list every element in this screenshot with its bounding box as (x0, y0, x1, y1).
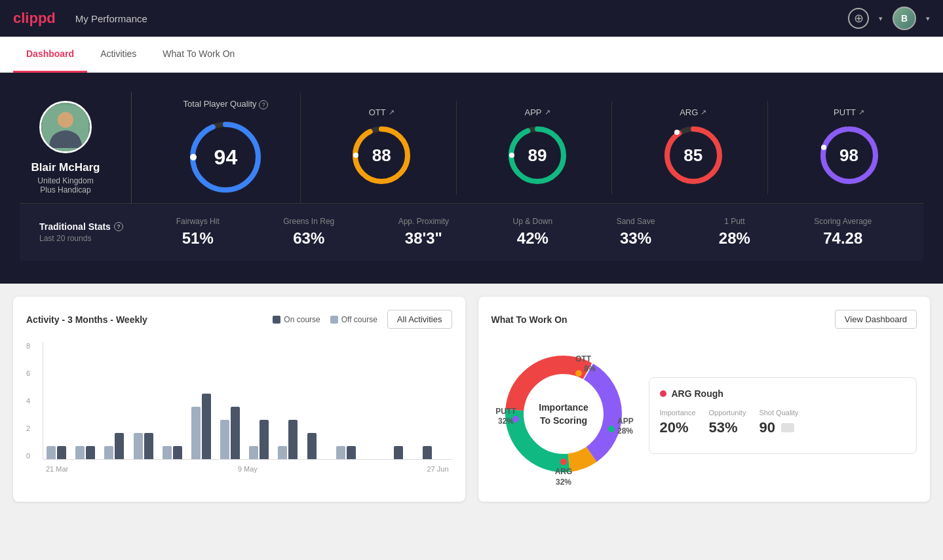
svg-text:APP: APP (617, 417, 634, 426)
bar-group (134, 433, 159, 459)
x-axis: 21 Mar 9 May 27 Jun (43, 465, 452, 473)
total-circle: 94 (186, 118, 265, 196)
arg-trend: ↗ (701, 108, 706, 117)
bar-off-course (47, 446, 56, 459)
bar-off-course (134, 433, 143, 459)
stat-oneputt: 1 Putt 28% (719, 217, 750, 248)
bar-off-course (104, 446, 113, 459)
hero-section: Blair McHarg United Kingdom Plus Handica… (0, 73, 943, 284)
player-photo (43, 105, 88, 151)
plus-icon: ⊕ (854, 11, 864, 26)
svg-point-29 (608, 426, 615, 432)
bar-on-course (423, 446, 432, 459)
detail-dot (660, 390, 666, 397)
bar-group (423, 446, 448, 459)
putt-circle: 98 (817, 122, 882, 188)
all-activities-button[interactable]: All Activities (387, 310, 452, 329)
app-trend: ↗ (545, 108, 550, 117)
stat-updown: Up & Down 42% (513, 217, 553, 248)
player-avatar (39, 101, 92, 153)
bar-chart (43, 342, 452, 460)
trad-label: Traditional Stats ? Last 20 rounds (39, 221, 144, 243)
shot-quality-indicator (781, 423, 794, 432)
bar-group (104, 433, 130, 459)
stat-fairways: Fairways Hit 51% (176, 217, 220, 248)
app-circle: 89 (505, 122, 570, 188)
ott-score: OTT ↗ 88 (307, 101, 457, 195)
bar-off-course (163, 446, 172, 459)
svg-text:To Scoring: To Scoring (539, 415, 587, 426)
traditional-stats: Traditional Stats ? Last 20 rounds Fairw… (20, 203, 923, 261)
svg-text:32%: 32% (497, 417, 513, 426)
total-info-icon[interactable]: ? (259, 100, 268, 109)
nav-tabs: Dashboard Activities What To Work On (0, 37, 943, 73)
detail-card-title: ARG Rough (660, 388, 906, 399)
bar-off-course (220, 420, 229, 459)
svg-text:ARG: ARG (554, 467, 572, 476)
bar-group (336, 446, 362, 459)
detail-card: ARG Rough Importance 20% Opportunity 53%… (649, 377, 917, 454)
total-score-value: 94 (214, 145, 238, 170)
ott-circle: 88 (349, 122, 414, 188)
tab-what-to-work-on[interactable]: What To Work On (149, 37, 248, 73)
trad-title: Traditional Stats ? (39, 221, 144, 232)
bottom-section: Activity - 3 Months - Weekly On course O… (0, 284, 943, 515)
bar-off-course (75, 446, 85, 459)
bar-on-course (57, 446, 66, 459)
view-dashboard-button[interactable]: View Dashboard (835, 310, 917, 329)
header: clippd My Performance ⊕ ▾ B ▾ (0, 0, 943, 37)
header-title: My Performance (75, 13, 848, 24)
svg-point-26 (575, 370, 582, 377)
arg-score: ARG ↗ 85 (619, 101, 768, 195)
stat-greens: Greens In Reg 63% (283, 217, 334, 248)
bar-on-course (307, 433, 317, 459)
score-section: Total Player Quality ? 94 OTT ↗ (151, 92, 923, 203)
player-country: United Kingdom (37, 176, 93, 185)
work-header: What To Work On View Dashboard (491, 310, 917, 329)
stat-proximity: App. Proximity 38'3" (398, 217, 449, 248)
svg-text:Importance: Importance (539, 402, 588, 413)
on-course-dot (273, 316, 280, 324)
bar-group (249, 420, 275, 459)
player-info: Blair McHarg United Kingdom Plus Handica… (20, 101, 111, 195)
detail-shot-quality: Shot Quality 90 (759, 409, 798, 436)
stat-sandsave: Sand Save 33% (617, 217, 655, 248)
trad-subtitle: Last 20 rounds (39, 234, 144, 243)
bar-chart-container: 0 2 4 6 8 21 Mar 9 May 27 Jun (26, 342, 452, 473)
bar-group (220, 407, 246, 459)
add-button[interactable]: ⊕ (848, 8, 869, 29)
putt-value: 98 (839, 145, 858, 166)
bar-group (307, 433, 333, 459)
header-actions: ⊕ ▾ B ▾ (848, 7, 930, 30)
putt-trend: ↗ (858, 108, 864, 117)
tab-activities[interactable]: Activities (87, 37, 149, 73)
svg-point-35 (512, 416, 519, 422)
bar-group (75, 446, 101, 459)
bar-on-course (288, 420, 298, 459)
trad-info-icon[interactable]: ? (114, 222, 123, 231)
avatar-chevron-icon: ▾ (926, 14, 930, 23)
arg-circle: 85 (661, 122, 726, 188)
legend-off-course: Off course (330, 315, 377, 324)
trad-stats-grid: Fairways Hit 51% Greens In Reg 63% App. … (144, 217, 904, 248)
bar-off-course (249, 446, 258, 459)
bar-group (278, 420, 303, 459)
chart-title: Activity - 3 Months - Weekly (26, 314, 147, 325)
y-axis: 0 2 4 6 8 (26, 342, 30, 460)
svg-point-10 (509, 153, 514, 158)
app-label: APP ↗ (524, 107, 550, 117)
putt-score: PUTT ↗ 98 (775, 101, 923, 195)
tab-dashboard[interactable]: Dashboard (13, 37, 87, 73)
chart-header: Activity - 3 Months - Weekly On course O… (26, 310, 452, 329)
total-score-label: Total Player Quality ? (183, 99, 269, 109)
logo-text: clippd (13, 10, 56, 27)
svg-text:32%: 32% (555, 477, 571, 486)
arg-value: 85 (683, 145, 702, 166)
user-avatar-button[interactable]: B (893, 7, 916, 30)
chevron-down-icon: ▾ (879, 14, 883, 23)
bar-on-course (202, 394, 211, 459)
bar-on-course (86, 446, 95, 459)
bar-group (163, 446, 188, 459)
hero-divider (131, 92, 132, 203)
bar-off-course (336, 446, 345, 459)
